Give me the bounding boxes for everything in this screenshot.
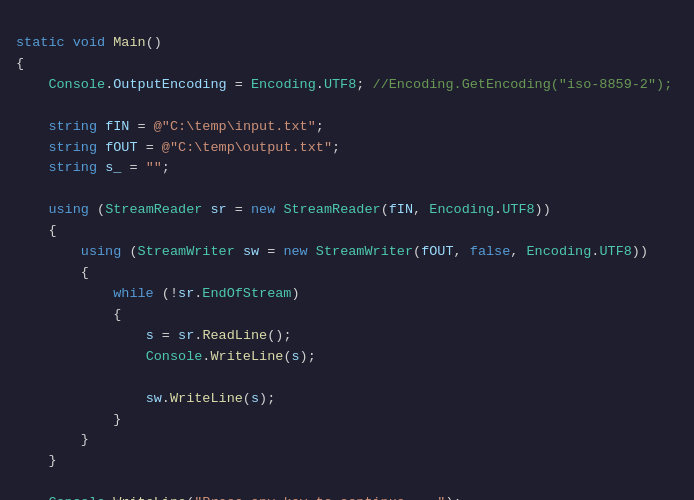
line-15: s = sr.ReadLine();: [16, 328, 292, 343]
line-5: string fIN = @"C:\temp\input.txt";: [16, 119, 324, 134]
line-7: string s_ = "";: [16, 160, 170, 175]
line-11: using (StreamWriter sw = new StreamWrite…: [16, 244, 648, 259]
line-10: {: [16, 223, 57, 238]
line-1: static void Main(): [16, 35, 162, 50]
line-2: {: [16, 56, 24, 71]
line-20: }: [16, 432, 89, 447]
line-23: Console.WriteLine("Press any key to cont…: [16, 495, 462, 500]
code-editor: static void Main() { Console.OutputEncod…: [16, 12, 678, 500]
line-21: }: [16, 453, 57, 468]
line-18: sw.WriteLine(s);: [16, 391, 275, 406]
line-14: {: [16, 307, 121, 322]
line-16: Console.WriteLine(s);: [16, 349, 316, 364]
line-6: string fOUT = @"C:\temp\output.txt";: [16, 140, 340, 155]
line-12: {: [16, 265, 89, 280]
line-19: }: [16, 412, 121, 427]
line-3: Console.OutputEncoding = Encoding.UTF8; …: [16, 77, 672, 92]
line-9: using (StreamReader sr = new StreamReade…: [16, 202, 551, 217]
line-13: while (!sr.EndOfStream): [16, 286, 300, 301]
